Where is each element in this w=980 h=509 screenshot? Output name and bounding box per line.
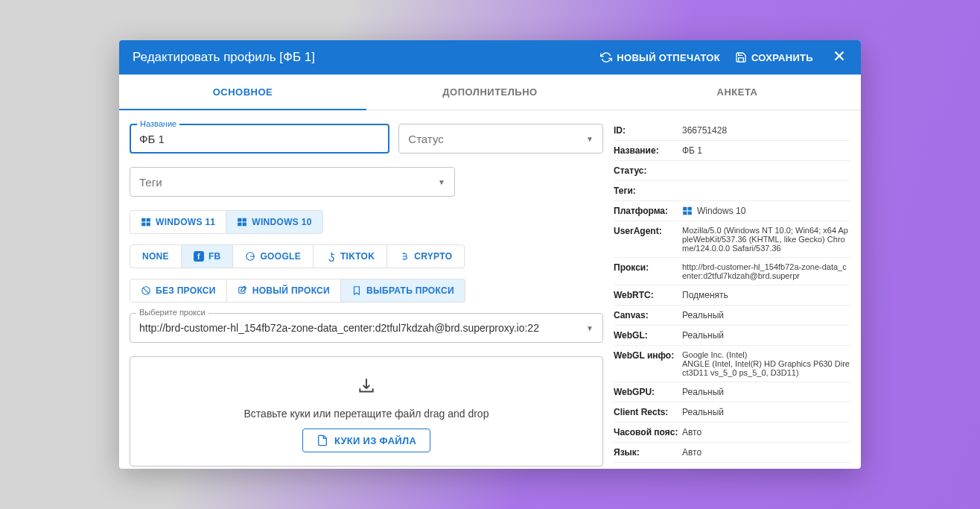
info-panel: ID:366751428 Название:ФБ 1 Статус: Теги:… [614,110,861,469]
proxy-select-field[interactable]: Выберите прокси ▼ [130,313,603,343]
download-icon [357,376,376,399]
tags-select[interactable]: Теги ▼ [130,167,455,197]
svg-line-13 [143,288,149,294]
platform-none[interactable]: NONE [130,244,182,268]
platform-google[interactable]: GOOGLE [233,244,313,268]
left-panel: Название Статус ▼ Теги ▼ WINDOWS 11 [119,110,614,469]
svg-rect-15 [683,207,687,211]
info-row-status: Статус: [614,161,850,181]
svg-rect-17 [683,212,687,215]
proxy-tabs-group: БЕЗ ПРОКСИ НОВЫЙ ПРОКСИ ВЫБРАТЬ ПРОКСИ [130,279,603,303]
windows-icon [237,217,247,227]
info-row-platform: Платформа: Windows 10 [614,201,850,221]
name-label: Название [137,119,179,128]
svg-rect-7 [243,218,246,222]
svg-rect-4 [141,223,145,227]
platform-tiktok[interactable]: TIKTOK [314,244,387,268]
platform-crypto[interactable]: CRYPTO [387,244,465,268]
info-row-canvas: Canvas:Реальный [614,306,850,326]
save-icon [735,51,747,63]
cookie-dropzone[interactable]: Вставьте куки или перетащите файл drag a… [130,356,603,467]
svg-rect-18 [688,212,692,215]
os-group: WINDOWS 11 WINDOWS 10 [130,210,603,234]
proxy-label: Выберите прокси [136,308,209,317]
close-button[interactable] [828,45,850,70]
info-row-tags: Теги: [614,181,850,201]
svg-rect-3 [147,218,150,222]
chevron-down-icon: ▼ [586,135,594,143]
save-button[interactable]: СОХРАНИТЬ [728,47,821,68]
tab-main[interactable]: ОСНОВНОЕ [119,75,366,110]
google-icon [245,251,255,262]
info-row-useragent: UserAgent:Mozilla/5.0 (Windows NT 10.0; … [614,221,850,258]
svg-rect-2 [141,218,145,222]
tiktok-icon [325,251,336,262]
status-select[interactable]: Статус ▼ [398,124,603,154]
proxy-tab-select[interactable]: ВЫБРАТЬ ПРОКСИ [341,279,465,303]
tab-additional[interactable]: ДОПОЛНИТЕЛЬНО [366,75,614,110]
block-icon [141,285,151,296]
os-windows10[interactable]: WINDOWS 10 [226,210,322,234]
info-row-id: ID:366751428 [614,121,850,141]
new-fingerprint-button[interactable]: НОВЫЙ ОТПЕЧАТОК [593,47,728,68]
refresh-icon [600,51,612,63]
info-row-lang: Язык:Авто [614,443,850,463]
windows-icon [682,206,693,216]
info-row-webgl: WebGL:Реальный [614,326,850,346]
modal-title: Редактировать профиль [ФБ 1] [133,50,593,65]
svg-rect-8 [238,223,242,227]
proxy-tab-none[interactable]: БЕЗ ПРОКСИ [130,279,227,303]
info-row-timezone: Часовой пояс:Авто [614,423,850,443]
proxy-input[interactable] [139,322,586,334]
facebook-icon: f [194,251,204,262]
file-icon [316,434,328,446]
svg-rect-9 [243,223,246,227]
platform-group: NONE f FB GOOGLE TIKTOK CRYPTO [130,244,603,268]
info-row-webrtc: WebRTC:Подменять [614,285,850,306]
close-icon [831,48,847,64]
chevron-down-icon: ▼ [438,178,445,186]
info-row-proxy: Прокси:http://brd-customer-hl_154fb72a-z… [614,258,850,285]
edit-profile-modal: Редактировать профиль [ФБ 1] НОВЫЙ ОТПЕЧ… [119,40,861,469]
modal-body: Название Статус ▼ Теги ▼ WINDOWS 11 [119,110,861,469]
bookmark-icon [351,285,362,296]
proxy-tab-new[interactable]: НОВЫЙ ПРОКСИ [227,279,341,303]
dropzone-text: Вставьте куки или перетащите файл drag a… [244,408,489,420]
svg-rect-5 [147,223,150,227]
info-row-webgpu: WebGPU:Реальный [614,382,850,402]
name-field[interactable]: Название [130,124,389,154]
info-row-name: Название:ФБ 1 [614,141,850,161]
platform-fb[interactable]: f FB [182,244,234,268]
os-windows11[interactable]: WINDOWS 11 [130,210,226,234]
info-row-clientrects: Client Rects:Реальный [614,402,850,423]
tab-form[interactable]: АНКЕТА [614,75,861,110]
edit-icon [238,285,248,296]
chevron-down-icon: ▼ [586,324,594,332]
bitcoin-icon [399,251,410,262]
modal-header: Редактировать профиль [ФБ 1] НОВЫЙ ОТПЕЧ… [119,40,861,75]
windows-icon [141,217,151,227]
info-row-webglinfo: WebGL инфо: Google Inc. (Intel) ANGLE (I… [614,346,850,382]
svg-rect-16 [688,207,692,211]
name-input[interactable] [139,133,380,145]
cookie-file-button[interactable]: КУКИ ИЗ ФАЙЛА [302,429,430,452]
svg-rect-6 [238,218,242,222]
tabs: ОСНОВНОЕ ДОПОЛНИТЕЛЬНО АНКЕТА [119,75,861,110]
